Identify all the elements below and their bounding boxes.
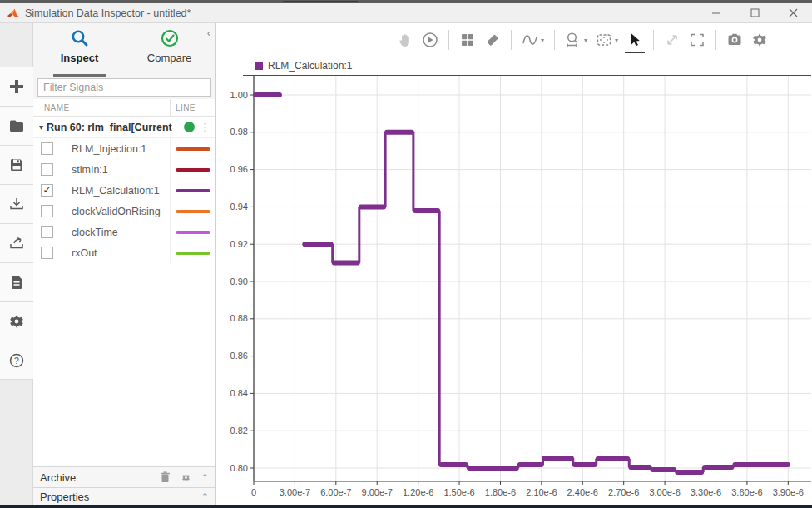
signal-checkbox[interactable] (41, 163, 53, 176)
x-tick-label: 2.10e-6 (526, 487, 557, 497)
collapse-panel-icon[interactable]: ‹ (207, 27, 210, 39)
properties-collapse-icon[interactable]: ⌃ (201, 491, 209, 502)
signal-checkbox[interactable] (41, 247, 53, 259)
svg-text:?: ? (14, 355, 19, 365)
signal-name[interactable]: RLM_Injection:1 (53, 143, 170, 155)
toolbar-separator (554, 30, 555, 50)
toolbar-snapshot-button[interactable] (726, 32, 743, 48)
chart-legend: RLM_Calculation:1 (216, 57, 812, 75)
x-tick-label: 3.90e-6 (773, 487, 804, 497)
matlab-logo-icon (7, 7, 20, 19)
grid-icon (459, 32, 476, 48)
signal-checkbox[interactable] (41, 226, 53, 238)
column-header-line: LINE (170, 99, 215, 116)
sidebar-import-button[interactable] (0, 184, 33, 223)
toolbar-pointer-button[interactable] (626, 32, 643, 48)
sidebar-report-button[interactable] (0, 262, 33, 301)
signal-name[interactable]: clockValidOnRising (53, 206, 170, 217)
app-sidebar: ? (0, 23, 33, 505)
chevron-down-icon[interactable]: ▾ (615, 37, 618, 44)
y-tick-label: 0.88 (230, 313, 248, 323)
magnifier-icon (70, 28, 90, 48)
signal-line-swatch[interactable] (176, 168, 210, 172)
sidebar-save-button[interactable] (0, 145, 33, 184)
signal-row: ✓RLM_Calculation:1 (33, 180, 215, 201)
signal-line-cell (170, 138, 215, 159)
signal-name[interactable]: RLM_Calculation:1 (53, 185, 170, 197)
filter-signals-input[interactable] (37, 78, 211, 97)
signal-line-swatch[interactable] (176, 189, 210, 192)
signal-name[interactable]: clockTime (53, 227, 170, 238)
toolbar-separator (448, 30, 449, 50)
fit-view-icon (596, 32, 612, 48)
signal-line-swatch[interactable] (176, 252, 210, 255)
toolbar-signal-trace-button[interactable]: ▾ (522, 32, 544, 48)
signal-line-cell (170, 242, 215, 263)
toolbar-pan-button (397, 32, 413, 48)
sidebar-help-button[interactable]: ? (0, 341, 33, 380)
signal-table: NAME LINE ▾ Run 60: rlm_final[Current ⋮ … (33, 99, 215, 505)
trash-icon[interactable] (160, 471, 171, 483)
toolbar-clear-button[interactable] (484, 32, 501, 48)
toolbar-layout-button[interactable] (459, 32, 476, 48)
x-tick-label: 2.70e-6 (608, 487, 639, 497)
run-menu-icon[interactable]: ⋮ (200, 121, 210, 133)
plot-region: ▾▾▾ RLM_Calculation:1 1.000.980.960.940.… (216, 23, 812, 505)
play-icon (422, 32, 438, 48)
signal-row: clockValidOnRising (33, 201, 215, 222)
toolbar-settings-button[interactable] (751, 32, 768, 48)
maximize-button[interactable] (735, 3, 774, 22)
signal-checkbox[interactable] (41, 142, 53, 155)
signal-row: rxOut (33, 242, 215, 263)
y-tick-label: 0.96 (230, 164, 248, 174)
close-button[interactable] (774, 3, 812, 22)
run-expander-icon[interactable]: ▾ (39, 122, 43, 132)
toolbar-separator (511, 30, 512, 50)
tab-compare[interactable]: Compare (143, 28, 196, 75)
chevron-down-icon[interactable]: ▾ (541, 37, 544, 44)
document-icon (8, 274, 25, 291)
toolbar-expand-button (664, 32, 681, 48)
fullscreen-icon (689, 32, 706, 48)
signals-panel: Inspect Compare ‹ NAME LINE ▾ Run 60: rl… (33, 23, 216, 505)
signal-name[interactable]: stimIn:1 (53, 164, 170, 176)
panel-tabs: Inspect Compare ‹ (33, 23, 215, 75)
toolbar-separator (715, 30, 716, 50)
sidebar-preferences-button[interactable] (0, 301, 33, 341)
archive-label: Archive (40, 471, 76, 484)
run-row[interactable]: ▾ Run 60: rlm_final[Current ⋮ (33, 117, 215, 138)
sidebar-new-button[interactable] (0, 67, 33, 106)
toolbar-zoom-in-time-button[interactable]: ▾ (565, 32, 587, 48)
chevron-down-icon[interactable]: ▾ (584, 37, 587, 44)
signal-line-cell (170, 201, 215, 222)
archive-bar[interactable]: Archive ⌃ (33, 466, 215, 487)
toolbar-fullscreen-button[interactable] (689, 32, 706, 48)
signal-name[interactable]: rxOut (53, 247, 170, 259)
signal-line-cell (170, 159, 215, 180)
plot-toolbar: ▾▾▾ (216, 23, 812, 57)
signal-line-swatch[interactable] (176, 210, 210, 213)
signal-checkbox[interactable] (41, 205, 53, 217)
tab-inspect[interactable]: Inspect (53, 28, 106, 75)
properties-bar[interactable]: Properties ⌃ (33, 487, 215, 505)
sidebar-open-button[interactable] (0, 106, 33, 145)
x-tick-label: 3.00e-7 (280, 487, 310, 497)
y-tick-label: 0.86 (230, 351, 248, 361)
signal-line-swatch[interactable] (176, 231, 210, 234)
signal-checkbox[interactable]: ✓ (41, 184, 53, 197)
signal-row: RLM_Injection:1 (33, 138, 215, 159)
column-header-name: NAME (33, 103, 170, 112)
minimize-button[interactable] (697, 3, 735, 22)
check-circle-icon (160, 28, 180, 48)
help-icon: ? (8, 352, 25, 369)
y-tick-label: 0.90 (230, 276, 248, 286)
signal-chart[interactable]: 1.000.980.960.940.920.900.880.860.840.82… (216, 75, 811, 505)
sidebar-export-button[interactable] (0, 223, 33, 262)
archive-settings-gear-icon[interactable] (181, 472, 191, 483)
archive-collapse-icon[interactable]: ⌃ (201, 472, 209, 483)
y-tick-label: 1.00 (230, 90, 248, 100)
toolbar-fit-to-view-button[interactable]: ▾ (596, 32, 618, 48)
signal-line-swatch[interactable] (176, 147, 210, 151)
toolbar-replay-button[interactable] (422, 32, 438, 48)
bottom-screen-artifact (0, 505, 812, 508)
